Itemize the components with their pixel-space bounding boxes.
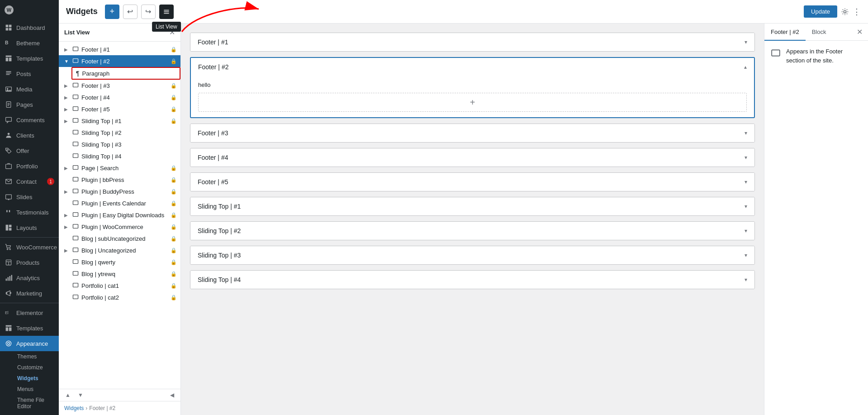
list-item-blog-sub[interactable]: ▶ Blog | subUncategorized 🔒 [59, 233, 180, 244]
sidebar-item-products[interactable]: Products [0, 255, 59, 270]
sidebar-item-appearance[interactable]: Appearance [0, 336, 59, 351]
widget-section-footer2-header[interactable]: Footer | #2 ▴ [191, 58, 754, 76]
scroll-down-button[interactable]: ▼ [75, 391, 86, 399]
widget-icon-bbpress [72, 176, 80, 183]
list-item-sliding-top2[interactable]: ▶ Sliding Top | #2 [59, 127, 180, 138]
list-item-paragraph[interactable]: ¶ Paragraph [71, 67, 180, 80]
widget-section-footer4-header[interactable]: Footer | #4 ▾ [190, 148, 754, 167]
widget-section-footer5-header[interactable]: Footer | #5 ▾ [190, 173, 754, 191]
sidebar-item-theme-file-editor[interactable]: Theme File Editor [13, 395, 59, 412]
topbar: Widgets + ↩ ↪ List View Update ⋮ [59, 0, 868, 24]
list-item-blog-sub-label: Blog | subUncategorized [81, 235, 169, 242]
widget-section-footer1-header[interactable]: Footer | #1 ▾ [190, 33, 754, 51]
widget-section-sliding-top2: Sliding Top | #2 ▾ [190, 221, 755, 240]
sidebar-item-posts[interactable]: Posts [0, 66, 59, 81]
svg-point-41 [6, 341, 11, 346]
sidebar-item-widgets[interactable]: Widgets [13, 373, 59, 384]
list-item-blog-ytrewq[interactable]: ▶ Blog | ytrewq 🔒 [59, 268, 180, 280]
svg-rect-68 [73, 295, 78, 299]
list-item-paragraph-label: Paragraph [82, 70, 110, 77]
chevron-page-search: ▶ [64, 166, 71, 171]
list-item-footer3[interactable]: ▶ Footer | #3 🔒 [59, 80, 180, 91]
list-item-plugin-woo[interactable]: ▶ Plugin | WooCommerce 🔒 [59, 221, 180, 233]
sidebar-item-themes[interactable]: Themes [13, 351, 59, 362]
sidebar-item-contact[interactable]: Contact 1 [0, 174, 59, 189]
comments-icon [5, 116, 13, 124]
breadcrumb-separator: › [85, 405, 87, 411]
sidebar-item-woocommerce[interactable]: WooCommerce [0, 239, 59, 255]
svg-rect-53 [73, 119, 78, 122]
redo-button[interactable]: ↪ [141, 5, 156, 19]
widget-icon-blog-ytrewq [72, 270, 80, 277]
widget-icon-footer5 [72, 105, 80, 113]
list-item-blog-qwerty-label: Blog | qwerty [81, 259, 169, 266]
add-block-button[interactable]: + [105, 5, 119, 19]
widget-section-footer3-header[interactable]: Footer | #3 ▾ [190, 124, 754, 142]
sidebar-item-offer[interactable]: Offer [0, 143, 59, 158]
list-item-footer1[interactable]: ▶ Footer | #1 🔒 [59, 43, 180, 55]
right-panel-widget-icon [771, 48, 782, 59]
widget-section-sliding-top1-header[interactable]: Sliding Top | #1 ▾ [190, 197, 754, 215]
tab-footer2[interactable]: Footer | #2 [764, 24, 806, 41]
sidebar-item-slides[interactable]: Slides [0, 189, 59, 205]
tab-block[interactable]: Block [806, 24, 833, 41]
list-item-page-search[interactable]: ▶ Page | Search 🔒 [59, 162, 180, 174]
sidebar-item-marketing[interactable]: Marketing [0, 286, 59, 301]
list-item-plugin-events[interactable]: ▶ Plugin | Events Calendar 🔒 [59, 197, 180, 209]
widget-icon-sliding2 [72, 129, 80, 136]
list-item-plugin-edd[interactable]: ▶ Plugin | Easy Digital Downloads 🔒 [59, 209, 180, 221]
list-item-footer5[interactable]: ▶ Footer | #5 🔒 [59, 103, 180, 115]
sidebar-item-media[interactable]: Media [0, 81, 59, 97]
widget-section-sliding-top4-header[interactable]: Sliding Top | #4 ▾ [190, 271, 754, 289]
widget-section-sliding-top2-header[interactable]: Sliding Top | #2 ▾ [190, 222, 754, 240]
sidebar-item-betheme[interactable]: B Betheme [0, 35, 59, 51]
list-item-plugin-buddypress[interactable]: ▶ Plugin | BuddyPress 🔒 [59, 186, 180, 197]
sidebar-item-clients[interactable]: Clients [0, 128, 59, 143]
sidebar-logo[interactable]: W [0, 0, 59, 20]
list-item-portfolio-cat2[interactable]: ▶ Portfolio | cat2 🔒 [59, 291, 180, 303]
add-block-button-footer2[interactable]: + [198, 93, 747, 112]
list-view-button[interactable] [159, 5, 174, 19]
sidebar-item-layouts[interactable]: Layouts [0, 220, 59, 235]
list-item-portfolio-cat1[interactable]: ▶ Portfolio | cat1 🔒 [59, 280, 180, 291]
svg-rect-54 [73, 130, 78, 134]
sidebar-item-menus[interactable]: Menus [13, 384, 59, 395]
sidebar-item-analytics[interactable]: Analytics [0, 270, 59, 286]
scroll-left-button[interactable]: ◀ [167, 391, 177, 399]
settings-button[interactable] [841, 8, 849, 16]
list-item-footer4[interactable]: ▶ Footer | #4 🔒 [59, 91, 180, 103]
sidebar-divider-elem [0, 303, 59, 303]
list-item-footer2-label: Footer | #2 [81, 58, 169, 65]
widget-icon-woo [72, 223, 80, 230]
list-item-sliding-top1[interactable]: ▶ Sliding Top | #1 🔒 [59, 115, 180, 127]
list-item-blog-qwerty[interactable]: ▶ Blog | qwerty 🔒 [59, 256, 180, 268]
sidebar-item-elementor[interactable]: El Elementor [0, 305, 59, 320]
list-item-portfolio-cat2-label: Portfolio | cat2 [81, 294, 169, 301]
list-item-plugin-bbpress[interactable]: ▶ Plugin | bbPress 🔒 [59, 174, 180, 186]
more-options-button[interactable]: ⋮ [853, 7, 861, 17]
chevron-footer5: ▶ [64, 107, 71, 112]
scroll-up-button[interactable]: ▲ [62, 391, 73, 399]
list-item-blog-uncategorized[interactable]: ▶ Blog | Uncategorized 🔒 [59, 244, 180, 256]
list-item-footer2[interactable]: ▼ Footer | #2 🔒 [59, 55, 180, 67]
right-panel-close-button[interactable]: ✕ [851, 28, 868, 36]
widget-section-sliding-top3-header[interactable]: Sliding Top | #3 ▾ [190, 246, 754, 264]
list-item-sliding-top4[interactable]: ▶ Sliding Top | #4 [59, 150, 180, 162]
sidebar-item-portfolio[interactable]: Portfolio [0, 158, 59, 174]
undo-button[interactable]: ↩ [123, 5, 138, 19]
update-button[interactable]: Update [804, 5, 837, 18]
main-content: Widgets + ↩ ↪ List View Update ⋮ [59, 0, 868, 415]
sidebar-item-templates[interactable]: Templates [0, 320, 59, 336]
sidebar-item-templates-top[interactable]: Templates [0, 51, 59, 66]
svg-rect-40 [9, 327, 12, 331]
list-item-sliding-top3[interactable]: ▶ Sliding Top | #3 [59, 138, 180, 150]
svg-text:B: B [5, 40, 9, 45]
sidebar-item-comments[interactable]: Comments [0, 112, 59, 128]
breadcrumb-root[interactable]: Widgets [64, 405, 84, 411]
widget-area: Footer | #1 ▾ Footer | #2 ▴ hello + Foot… [181, 24, 764, 415]
sidebar-item-testimonials[interactable]: Testimonials [0, 205, 59, 220]
sidebar-item-dashboard[interactable]: Dashboard [0, 20, 59, 35]
sidebar-item-customize[interactable]: Customize [13, 362, 59, 373]
svg-rect-39 [6, 327, 9, 331]
sidebar-item-pages[interactable]: Pages [0, 97, 59, 112]
